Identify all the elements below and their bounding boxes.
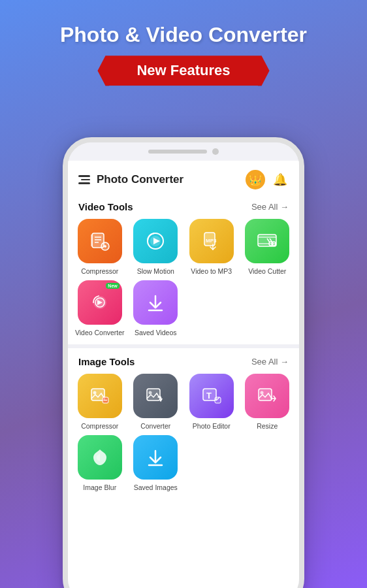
img-converter-label: Converter [140, 422, 170, 430]
crown-icon[interactable]: 👑 [246, 170, 265, 189]
tool-saved-images[interactable]: Saved Images [131, 435, 182, 491]
saved-images-icon-bg [133, 435, 178, 480]
photo-editor-label: Photo Editor [193, 422, 231, 430]
compressor-icon [88, 229, 112, 253]
photo-editor-icon: T [200, 384, 223, 408]
ribbon-banner: New Features [13, 53, 354, 88]
tool-video-cutter[interactable]: Video Cutter [242, 219, 293, 275]
svg-rect-32 [215, 397, 221, 403]
video-tools-see-all[interactable]: See All → [251, 202, 289, 212]
notch-bar [148, 150, 207, 154]
saved-videos-icon [144, 291, 167, 314]
video-to-mp3-label: Video to MP3 [191, 267, 232, 275]
img-converter-icon-bg [133, 374, 178, 418]
section-divider [68, 344, 299, 348]
menu-icon[interactable] [78, 175, 90, 184]
saved-videos-icon-bg [133, 280, 178, 325]
svg-point-35 [261, 391, 264, 395]
image-tools-see-all[interactable]: See All → [251, 357, 289, 367]
svg-point-25 [93, 391, 96, 395]
tool-slow-motion[interactable]: Slow Motion [131, 219, 182, 275]
topbar-icons: 👑 🔔 [246, 170, 289, 189]
saved-images-label: Saved Images [134, 483, 178, 491]
svg-rect-7 [91, 235, 93, 246]
img-converter-icon [144, 384, 167, 408]
bell-icon[interactable]: 🔔 [272, 171, 289, 188]
phone-notch [68, 142, 299, 161]
main-title: Photo & Video Converter [13, 24, 354, 46]
video-tools-grid: Compressor Slow Motion [68, 219, 299, 342]
image-blur-icon-bg [78, 435, 122, 480]
slow-motion-label: Slow Motion [137, 267, 174, 275]
video-tools-title: Video Tools [78, 201, 133, 212]
image-blur-icon [88, 446, 112, 469]
tool-compressor[interactable]: Compressor [74, 219, 125, 275]
tool-video-converter[interactable]: New Video Converter [74, 280, 125, 336]
tool-img-compressor[interactable]: Compressor [74, 374, 125, 430]
tool-saved-videos[interactable]: Saved Videos [131, 280, 182, 336]
tool-resize[interactable]: Resize [242, 374, 293, 430]
slow-motion-icon-bg [133, 219, 178, 263]
saved-images-icon [144, 446, 167, 469]
svg-point-29 [149, 391, 152, 395]
tool-img-converter[interactable]: Converter [131, 374, 182, 430]
img-compressor-label: Compressor [81, 422, 118, 430]
compressor-icon-bg [78, 219, 122, 263]
compressor-label: Compressor [81, 267, 118, 275]
img-compressor-icon [88, 384, 112, 408]
resize-icon [255, 384, 279, 408]
video-tools-header: Video Tools See All → [68, 196, 299, 219]
video-converter-icon-bg: New [78, 280, 122, 325]
video-converter-icon [88, 291, 112, 314]
photo-editor-icon-bg: T [189, 374, 234, 418]
svg-rect-14 [258, 235, 276, 246]
ribbon-text: New Features [97, 56, 269, 86]
tool-video-to-mp3[interactable]: MP3 Video to MP3 [186, 219, 237, 275]
phone-frame: Photo Converter 👑 🔔 Video Tools See All … [63, 137, 304, 588]
video-to-mp3-icon: MP3 [200, 229, 223, 253]
svg-text:MP3: MP3 [206, 238, 217, 244]
tool-photo-editor[interactable]: T Photo Editor [186, 374, 237, 430]
app-content: Photo Converter 👑 🔔 Video Tools See All … [68, 161, 299, 588]
resize-icon-bg [245, 374, 289, 418]
image-tools-grid: Compressor Converter [68, 374, 299, 497]
svg-text:T: T [206, 391, 212, 400]
video-converter-label: Video Converter [75, 329, 125, 336]
video-to-mp3-icon-bg: MP3 [189, 219, 234, 263]
video-cutter-icon-bg [245, 219, 289, 263]
app-topbar: Photo Converter 👑 🔔 [68, 161, 299, 196]
new-badge: New [106, 283, 119, 289]
slow-motion-icon [144, 229, 167, 253]
img-compressor-icon-bg [78, 374, 122, 418]
video-cutter-icon [255, 229, 279, 253]
image-tools-title: Image Tools [78, 356, 135, 367]
notch-camera [212, 148, 219, 155]
video-cutter-label: Video Cutter [248, 267, 286, 275]
resize-label: Resize [257, 422, 278, 430]
saved-videos-label: Saved Videos [135, 329, 177, 336]
image-blur-label: Image Blur [83, 483, 116, 491]
tool-image-blur[interactable]: Image Blur [74, 435, 125, 491]
image-tools-header: Image Tools See All → [68, 351, 299, 374]
app-title: Photo Converter [97, 173, 246, 186]
